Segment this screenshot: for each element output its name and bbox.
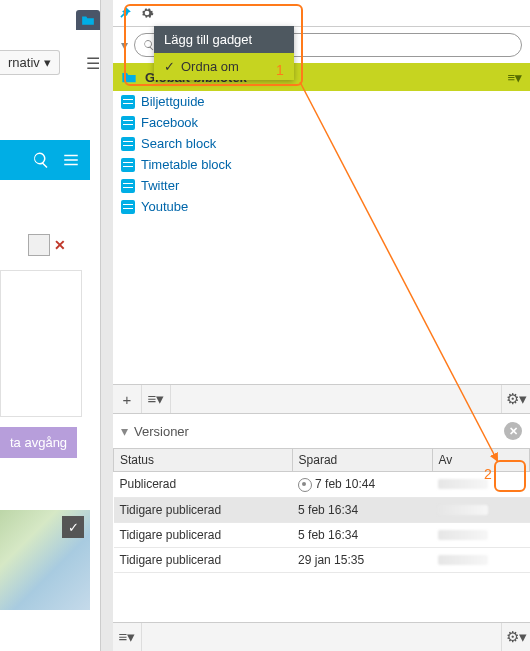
block-list-item[interactable]: Youtube (113, 196, 530, 217)
cell-by (432, 497, 529, 522)
thumbnail-placeholder (28, 234, 50, 256)
next-departure-button[interactable]: ta avgång (0, 427, 77, 458)
versions-header: ▾ Versioner ✕ (113, 414, 530, 448)
list-view-icon[interactable]: ☰ (86, 54, 100, 73)
block-label: Search block (141, 136, 216, 151)
cell-saved: 7 feb 10:44 (292, 472, 432, 498)
block-list-item[interactable]: Search block (113, 133, 530, 154)
collapse-chevron-icon[interactable]: ▾ (121, 423, 128, 439)
block-label: Biljettguide (141, 94, 205, 109)
check-icon: ✓ (164, 59, 175, 74)
chevron-down-icon: ▾ (44, 55, 51, 70)
block-list-item[interactable]: Twitter (113, 175, 530, 196)
thumbnail-row: ✕ (28, 234, 66, 256)
left-partial-panel: rnativ ▾ ☰ ✕ ta avgång ✓ (0, 0, 101, 651)
cell-status: Tidigare publicerad (114, 497, 293, 522)
alternativ-dropdown[interactable]: rnativ ▾ (0, 50, 60, 75)
close-icon[interactable]: ✕ (504, 422, 522, 440)
table-row[interactable]: Tidigare publicerad5 feb 16:34 (114, 497, 530, 522)
library-toolbar: + ≡▾ ⚙▾ (113, 384, 530, 414)
alternativ-label: rnativ (8, 55, 40, 70)
panel-header (113, 0, 530, 27)
redacted-user (438, 505, 488, 515)
versions-title: Versioner (134, 424, 189, 439)
cyan-toolbar (0, 140, 90, 180)
gear-icon[interactable] (137, 3, 157, 23)
remove-icon[interactable]: ✕ (54, 237, 66, 253)
block-icon (121, 158, 135, 172)
folder-icon (121, 70, 137, 84)
map-preview: ✓ (0, 510, 90, 610)
block-label: Timetable block (141, 157, 232, 172)
col-saved[interactable]: Sparad (292, 449, 432, 472)
menu-item-rearrange[interactable]: ✓ Ordna om (154, 53, 294, 80)
block-list: BiljettguideFacebookSearch blockTimetabl… (113, 91, 530, 384)
versions-toolbar: ≡▾ ⚙▾ (113, 622, 530, 651)
list-menu-button[interactable]: ≡▾ (142, 385, 171, 413)
block-label: Twitter (141, 178, 179, 193)
add-button[interactable]: + (113, 385, 142, 413)
redacted-user (438, 555, 488, 565)
annotation-number-1: 1 (276, 62, 284, 78)
redacted-user (438, 479, 488, 489)
block-icon (121, 179, 135, 193)
redacted-user (438, 530, 488, 540)
block-list-item[interactable]: Biljettguide (113, 91, 530, 112)
block-icon (121, 137, 135, 151)
form-panel (0, 270, 82, 417)
list-menu-button[interactable]: ≡▾ (113, 623, 142, 651)
cell-status: Tidigare publicerad (114, 522, 293, 547)
col-by[interactable]: Av (432, 449, 529, 472)
cell-saved: 29 jan 15:35 (292, 547, 432, 572)
block-icon (121, 116, 135, 130)
hamburger-icon[interactable] (62, 151, 80, 169)
versions-table: Status Sparad Av Publicerad7 feb 10:44Ti… (113, 448, 530, 573)
search-icon[interactable] (32, 151, 50, 169)
cell-by (432, 472, 529, 498)
block-list-item[interactable]: Facebook (113, 112, 530, 133)
cell-saved: 5 feb 16:34 (292, 522, 432, 547)
settings-button[interactable]: ⚙▾ (501, 385, 530, 413)
folder-tab[interactable] (76, 10, 100, 30)
block-list-item[interactable]: Timetable block (113, 154, 530, 175)
block-label: Youtube (141, 199, 188, 214)
cell-by (432, 522, 529, 547)
cell-saved: 5 feb 16:34 (292, 497, 432, 522)
gear-dropdown-menu: Lägg till gadget ✓ Ordna om (154, 26, 294, 80)
cell-by (432, 547, 529, 572)
table-row[interactable]: Tidigare publicerad29 jan 15:35 (114, 547, 530, 572)
gadget-panel: ▾ Globalt bibliotek ≡▾ BiljettguideFaceb… (113, 0, 530, 651)
cell-status: Publicerad (114, 472, 293, 498)
table-row[interactable]: Publicerad7 feb 10:44 (114, 472, 530, 498)
block-icon (121, 95, 135, 109)
collapse-chevron-icon[interactable]: ▾ (121, 37, 128, 53)
table-row[interactable]: Tidigare publicerad5 feb 16:34 (114, 522, 530, 547)
menu-item-label: Ordna om (181, 59, 239, 74)
map-select-check-icon[interactable]: ✓ (62, 516, 84, 538)
menu-item-add-gadget[interactable]: Lägg till gadget (154, 26, 294, 53)
annotation-number-2: 2 (484, 466, 492, 482)
context-menu-icon[interactable]: ≡▾ (507, 70, 522, 85)
menu-item-label: Lägg till gadget (164, 32, 252, 47)
col-status[interactable]: Status (114, 449, 293, 472)
published-icon (298, 478, 312, 492)
pin-icon[interactable] (115, 3, 135, 23)
block-label: Facebook (141, 115, 198, 130)
settings-button[interactable]: ⚙▾ (501, 623, 530, 651)
block-icon (121, 200, 135, 214)
cell-status: Tidigare publicerad (114, 547, 293, 572)
